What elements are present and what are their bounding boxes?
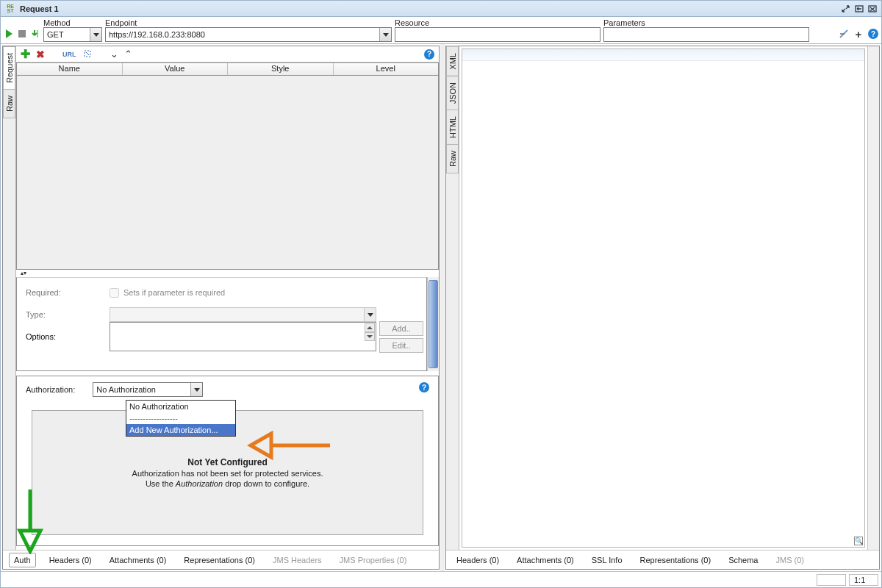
param-toolbar: ✚ ✖ URL ⌄ ⌃ ? bbox=[16, 46, 439, 62]
param-table-header: Name Value Style Level bbox=[16, 62, 439, 76]
authorization-dropdown: No Authorization ------------------ Add … bbox=[126, 400, 236, 437]
statusbar: 1:1 bbox=[1, 571, 881, 587]
parameters-input[interactable] bbox=[603, 27, 809, 42]
method-label: Method bbox=[43, 18, 102, 27]
tab-html[interactable]: HTML bbox=[446, 110, 459, 145]
col-name[interactable]: Name bbox=[17, 63, 123, 75]
rest-icon: REST bbox=[4, 3, 17, 15]
col-level[interactable]: Level bbox=[334, 63, 439, 75]
auth-line1: Authorization has not been set for prote… bbox=[132, 469, 323, 478]
orange-arrow-annotation bbox=[243, 429, 331, 462]
configure-icon[interactable] bbox=[839, 29, 849, 39]
chevron-down-icon[interactable]: ⌄ bbox=[110, 49, 118, 60]
tab-ssl-info[interactable]: SSL Info bbox=[587, 553, 627, 567]
request-toolbar: Method GET Endpoint https://192.168.0.23… bbox=[1, 17, 881, 43]
scrollbar[interactable] bbox=[427, 277, 439, 371]
scroll-down-icon[interactable] bbox=[365, 332, 375, 341]
type-select[interactable] bbox=[110, 307, 376, 322]
auth-line2: Use the Authorization drop down to confi… bbox=[146, 479, 309, 488]
search-icon[interactable]: 🔍 bbox=[854, 537, 863, 545]
chevron-down-icon bbox=[379, 28, 391, 41]
auth-option-separator: ------------------ bbox=[126, 412, 235, 424]
request-pane: Request Raw ✚ ✖ URL ⌄ ⌃ ? bbox=[2, 46, 440, 570]
main-split: Request Raw ✚ ✖ URL ⌄ ⌃ ? bbox=[1, 43, 881, 571]
method-select[interactable]: GET bbox=[43, 27, 102, 42]
close-button[interactable] bbox=[867, 4, 878, 14]
parameters-label: Parameters bbox=[603, 18, 809, 27]
help-icon[interactable]: ? bbox=[424, 49, 434, 60]
tab-request[interactable]: Request bbox=[3, 46, 15, 90]
auth-option-none[interactable]: No Authorization bbox=[126, 401, 235, 412]
add-icon[interactable]: + bbox=[853, 29, 864, 39]
tab-representations[interactable]: Representations (0) bbox=[636, 553, 716, 567]
resource-label: Resource bbox=[395, 18, 600, 27]
maximize-button[interactable] bbox=[853, 4, 865, 14]
scroll-up-icon[interactable] bbox=[365, 323, 375, 332]
type-label: Type: bbox=[26, 310, 107, 319]
left-bottom-tabs: Auth Headers (0) Attachments (0) Represe… bbox=[3, 550, 439, 569]
auth-option-add[interactable]: Add New Authorization... bbox=[126, 424, 235, 436]
edit-option-button[interactable]: Edit.. bbox=[379, 338, 423, 353]
right-vertical-tabs: XML JSON HTML Raw bbox=[446, 46, 459, 550]
app-window: REST Request 1 Method GET Endpoint https… bbox=[0, 0, 882, 588]
chevron-down-icon bbox=[90, 28, 101, 41]
left-vertical-tabs: Request Raw bbox=[3, 46, 16, 550]
tab-attachments[interactable]: Attachments (0) bbox=[512, 553, 578, 567]
tab-headers[interactable]: Headers (0) bbox=[45, 553, 96, 567]
tab-representations[interactable]: Representations (0) bbox=[179, 553, 259, 567]
chevron-down-icon bbox=[190, 383, 202, 396]
tab-headers[interactable]: Headers (0) bbox=[452, 553, 503, 567]
help-icon[interactable]: ? bbox=[419, 382, 429, 392]
col-style[interactable]: Style bbox=[228, 63, 334, 75]
remove-param-button[interactable]: ✖ bbox=[36, 49, 45, 60]
expand-icon[interactable] bbox=[82, 49, 93, 60]
param-table-body[interactable] bbox=[16, 76, 439, 270]
help-icon[interactable]: ? bbox=[868, 29, 878, 39]
add-param-button[interactable]: ✚ bbox=[21, 49, 30, 60]
authorization-select[interactable]: No Authorization bbox=[93, 382, 203, 397]
status-empty bbox=[817, 574, 846, 586]
splitter-handle[interactable]: ▴▾ bbox=[16, 270, 439, 277]
titlebar: REST Request 1 bbox=[1, 1, 881, 17]
window-title: Request 1 bbox=[20, 4, 59, 13]
right-bottom-tabs: Headers (0) Attachments (0) SSL Info Rep… bbox=[446, 550, 879, 569]
url-icon[interactable]: URL bbox=[62, 51, 76, 58]
tab-jms-headers[interactable]: JMS Headers bbox=[268, 553, 326, 567]
response-content: 🔍 bbox=[462, 49, 865, 548]
green-arrow-annotation bbox=[14, 488, 46, 554]
minimize-button[interactable] bbox=[840, 4, 852, 14]
step-button[interactable] bbox=[30, 29, 40, 39]
tab-attachments[interactable]: Attachments (0) bbox=[105, 553, 171, 567]
authorization-label: Authorization: bbox=[26, 385, 75, 394]
chevron-up-icon[interactable]: ⌃ bbox=[124, 49, 132, 60]
tab-schema[interactable]: Schema bbox=[724, 553, 762, 567]
tab-raw[interactable]: Raw bbox=[3, 89, 15, 118]
chevron-down-icon bbox=[364, 308, 376, 321]
tab-auth[interactable]: Auth bbox=[9, 553, 36, 567]
required-checkbox[interactable]: Sets if parameter is required bbox=[110, 288, 376, 298]
scrollbar[interactable] bbox=[867, 46, 879, 550]
main-splitter[interactable] bbox=[440, 44, 445, 571]
tab-jms-properties[interactable]: JMS Properties (0) bbox=[335, 553, 412, 567]
tab-xml[interactable]: XML bbox=[446, 46, 459, 76]
authorization-panel: Authorization: No Authorization ? Not Ye… bbox=[16, 376, 439, 546]
response-pane: XML JSON HTML Raw 🔍 Headers (0) Attachme… bbox=[445, 46, 880, 570]
status-ratio: 1:1 bbox=[849, 574, 878, 586]
run-button[interactable] bbox=[4, 29, 14, 39]
options-list[interactable] bbox=[110, 322, 376, 351]
response-header-strip bbox=[462, 49, 864, 61]
required-label: Required: bbox=[26, 288, 107, 297]
col-value[interactable]: Value bbox=[123, 63, 229, 75]
options-label: Options: bbox=[26, 332, 107, 341]
add-option-button[interactable]: Add.. bbox=[379, 321, 423, 336]
resource-input[interactable] bbox=[395, 27, 600, 42]
endpoint-input[interactable]: https://192.168.0.233:8080 bbox=[105, 27, 392, 42]
tab-raw[interactable]: Raw bbox=[446, 144, 459, 173]
stop-button[interactable] bbox=[17, 29, 27, 39]
endpoint-label: Endpoint bbox=[105, 18, 392, 27]
tab-jms[interactable]: JMS (0) bbox=[771, 553, 808, 567]
tab-json[interactable]: JSON bbox=[446, 76, 459, 110]
